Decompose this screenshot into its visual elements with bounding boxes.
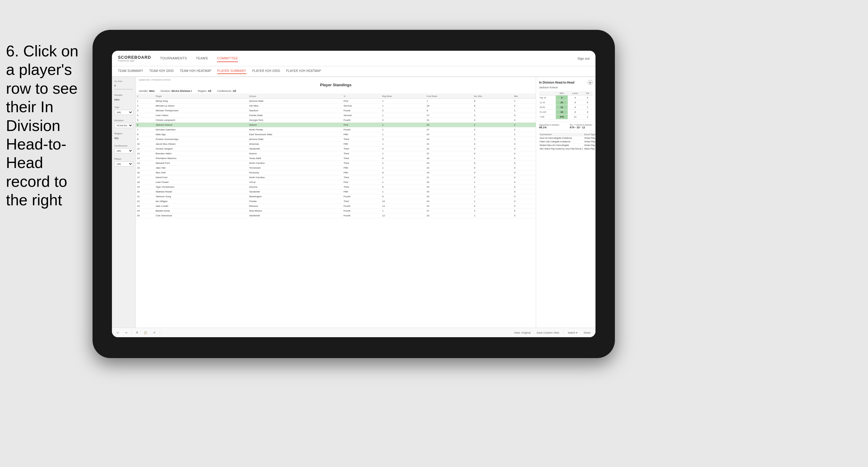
sub-nav-player-summary[interactable]: PLAYER SUMMARY bbox=[217, 69, 246, 74]
cell-no-rds: 2 bbox=[473, 185, 513, 189]
cell-conf-rank: 24 bbox=[425, 137, 473, 142]
sub-nav-player-h2h-heatmap[interactable]: PLAYER H2H HEATMAP bbox=[286, 69, 321, 74]
table-row[interactable]: 14 Maxwell Ford North Carolina Third 2 2… bbox=[136, 161, 536, 166]
cell-school: North Florida bbox=[248, 127, 342, 132]
cell-no-rds: 2 bbox=[473, 118, 513, 123]
table-row[interactable]: 7 Nicholas Gabrelick North Florida Fourt… bbox=[136, 127, 536, 132]
table-row[interactable]: 22 Ian Gilligan Florida Third 10 24 1 0 bbox=[136, 199, 536, 204]
cell-player: Tiger Christensen bbox=[154, 185, 248, 189]
table-row[interactable]: 3 Michael Thorbjornsen Stanford Fourth 2… bbox=[136, 108, 536, 113]
t-type: Stroke Play bbox=[584, 140, 595, 144]
watch-button[interactable]: Watch ▾ bbox=[566, 330, 579, 335]
table-row[interactable]: 12 Brendan Valles Auburn Third 1 27 0 0 bbox=[136, 151, 536, 156]
cell-conf-rank: 23 bbox=[425, 213, 473, 218]
table-row[interactable]: 6 Jackson Koivun Auburn First 1 20 2 2 bbox=[136, 123, 536, 127]
cell-yr: Fourth bbox=[342, 118, 381, 123]
h2h-divider bbox=[539, 122, 592, 122]
cell-player: Cole Sherwood bbox=[154, 213, 248, 218]
cell-win: 0 bbox=[513, 170, 536, 175]
table-row[interactable]: 20 Matthew Riedel Vanderbilt Fifth 1 24 … bbox=[136, 189, 536, 194]
cell-no-rds: 2 bbox=[473, 137, 513, 142]
cell-school: Tennessee bbox=[248, 166, 342, 170]
col-reg-rank: Reg Rank bbox=[381, 94, 426, 99]
table-row[interactable]: 25 Cole Sherwood Vanderbilt Fourth 12 23… bbox=[136, 213, 536, 218]
cell-win: 2 bbox=[513, 123, 536, 127]
undo-button[interactable]: ↩ bbox=[115, 330, 121, 335]
cell-num: 15 bbox=[136, 166, 154, 170]
table-row[interactable]: 10 Jacob Mou-Olesen Arkansas Fifth 1 21 … bbox=[136, 142, 536, 147]
cell-yr: Fifth bbox=[342, 142, 381, 147]
share-button[interactable]: Share bbox=[582, 330, 592, 335]
h2h-col-loss: Loss bbox=[568, 91, 582, 95]
toolbar-separator bbox=[132, 330, 132, 335]
h2h-close-button[interactable]: ⊗ bbox=[588, 80, 592, 85]
table-row[interactable]: 4 Luke Claton Florida State Second 1 27 … bbox=[136, 113, 536, 118]
cell-win: 2 bbox=[513, 132, 536, 137]
nav-item-committee[interactable]: COMMITTEE bbox=[217, 55, 238, 62]
sidebar-no-rds-label: No Rds. bbox=[114, 80, 133, 83]
t-name: Mirabel Maui Jim Intercollegiate bbox=[539, 144, 584, 147]
h2h-row: Top 10 8 3 2 bbox=[539, 95, 592, 100]
paste-button[interactable]: 📋 bbox=[142, 330, 149, 335]
cell-conf-rank: 27 bbox=[425, 151, 473, 156]
refresh-button[interactable]: ↺ bbox=[151, 330, 157, 335]
table-row[interactable]: 13 Phichakun Maichon Texas A&M Third 6 3… bbox=[136, 156, 536, 161]
cell-reg-rank: 2 bbox=[381, 161, 426, 166]
table-row[interactable]: 9 Preston Summerhays Arizona State Third… bbox=[136, 137, 536, 142]
table-row[interactable]: 24 Bastien Amat New Mexico Fourth 1 27 2… bbox=[136, 209, 536, 213]
table-row[interactable]: 11 Gordon Sargent Vanderbilt Third 4 21 … bbox=[136, 147, 536, 151]
sub-nav-team-h2h-heatmap[interactable]: TEAM H2H HEATMAP bbox=[180, 69, 211, 74]
table-row[interactable]: 2 Michael La Sasso Ole Miss Second 1 18 … bbox=[136, 103, 536, 108]
redo-button[interactable]: ↪ bbox=[123, 330, 129, 335]
cell-no-rds: 8 bbox=[473, 99, 513, 103]
table-row[interactable]: 16 Alex Goff Kentucky Fifth 8 19 0 0 bbox=[136, 170, 536, 175]
table-row[interactable]: 23 Jack Lundin Missouri Fourth 11 24 0 0 bbox=[136, 204, 536, 209]
table-row[interactable]: 1 Wenyi Ding Arizona State First 1 1 8 1 bbox=[136, 99, 536, 103]
sidebar-player: Player (All) bbox=[114, 158, 133, 166]
cell-conf-rank: 20 bbox=[425, 123, 473, 127]
sidebar-region-value: N/a bbox=[114, 136, 133, 140]
toolbar-right: View: Original Save Custom View Watch ▾ … bbox=[512, 330, 592, 335]
h2h-win-cell: 578 bbox=[556, 115, 568, 119]
save-custom-button[interactable]: Save Custom View bbox=[535, 330, 561, 335]
cell-school: East Tennessee State bbox=[248, 132, 342, 137]
cell-num: 8 bbox=[136, 132, 154, 137]
cell-yr: Third bbox=[342, 175, 381, 180]
table-row[interactable]: 17 David Ford North Carolina Third 1 21 … bbox=[136, 175, 536, 180]
sign-out-link[interactable]: Sign out bbox=[578, 57, 590, 60]
h2h-player-name: Jackson Koivun bbox=[539, 86, 592, 89]
filter-row: Gender: Men Division: NCAA Division I Re… bbox=[136, 88, 536, 94]
cell-school: Washington bbox=[248, 194, 342, 199]
sidebar-conference: Conference (All) bbox=[114, 145, 133, 153]
top-nav: SCOREBOARD Powered by clippi TOURNAMENTS… bbox=[112, 51, 595, 66]
sub-nav-player-h2h-grid[interactable]: PLAYER H2H GRID bbox=[252, 69, 280, 74]
nav-item-tournaments[interactable]: TOURNAMENTS bbox=[160, 55, 187, 62]
sub-nav-team-summary[interactable]: TEAM SUMMARY bbox=[118, 69, 143, 74]
cell-player: Michael La Sasso bbox=[154, 103, 248, 108]
cell-player: Brendan Valles bbox=[154, 151, 248, 156]
sidebar-conference-select[interactable]: (All) bbox=[114, 148, 133, 153]
copy-button[interactable]: ⧉ bbox=[134, 330, 140, 335]
table-row[interactable]: 19 Tiger Christensen Arizona Third 8 23 … bbox=[136, 185, 536, 189]
cell-conf-rank: 21 bbox=[425, 118, 473, 123]
cell-num: 22 bbox=[136, 199, 154, 204]
table-row[interactable]: 5 Christo Lampracht Georgia Tech Fourth … bbox=[136, 118, 536, 123]
tablet-screen: SCOREBOARD Powered by clippi TOURNAMENTS… bbox=[112, 51, 595, 337]
table-row[interactable]: 21 Taehoon Song Washington Fourth 6 23 1… bbox=[136, 194, 536, 199]
table-row[interactable]: 18 Luke Powell UCLA First 1 24 1 0 bbox=[136, 180, 536, 185]
nav-item-teams[interactable]: TEAMS bbox=[196, 55, 208, 62]
cell-num: 4 bbox=[136, 113, 154, 118]
sidebar-division-select[interactable]: NCAA Division I bbox=[114, 123, 133, 128]
cell-yr: Third bbox=[342, 185, 381, 189]
sidebar-year-select[interactable]: (All) bbox=[114, 110, 133, 115]
cell-reg-rank: 3 bbox=[381, 137, 426, 142]
table-row[interactable]: 8 Mats Ege East Tennessee State Fifth 1 … bbox=[136, 132, 536, 137]
sidebar-range[interactable] bbox=[114, 89, 133, 90]
table-row[interactable]: 15 Jake Hall Tennessee Fifth 1 23 0 0 bbox=[136, 166, 536, 170]
cell-school: Arizona State bbox=[248, 137, 342, 142]
view-original-button[interactable]: View: Original bbox=[512, 330, 532, 335]
sub-nav-team-h2h-grid[interactable]: TEAM H2H GRID bbox=[149, 69, 174, 74]
cell-win: 0 bbox=[513, 199, 536, 204]
sidebar-player-select[interactable]: (All) bbox=[114, 161, 133, 166]
cell-win: 0 bbox=[513, 213, 536, 218]
